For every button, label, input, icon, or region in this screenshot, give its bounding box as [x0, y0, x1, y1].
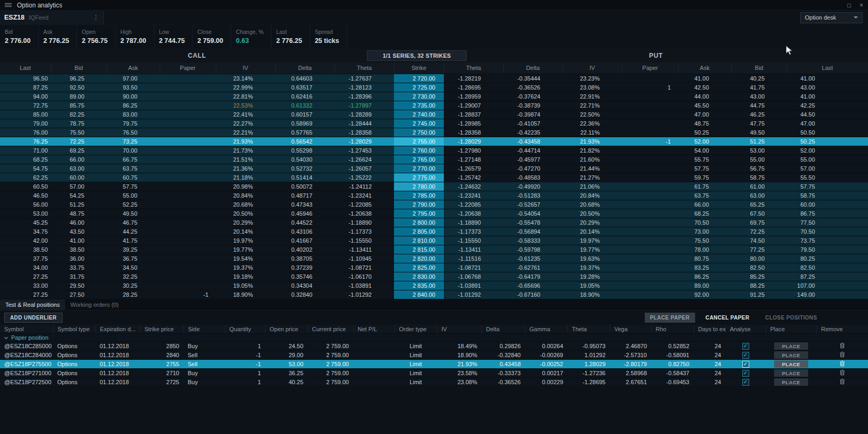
chain-col-header-iv[interactable]: IV [563, 63, 622, 74]
call-last-cell[interactable]: 46.50 [0, 191, 51, 200]
put-ask-cell[interactable]: 54.00 [678, 146, 731, 155]
call-bid-cell[interactable]: 85.75 [51, 101, 107, 110]
call-paper-cell[interactable] [160, 245, 216, 254]
trash-icon[interactable] [839, 342, 845, 350]
put-iv-cell[interactable]: 19.28% [563, 272, 622, 281]
chain-col-header-strike[interactable]: Strike [394, 63, 444, 74]
put-paper-cell[interactable] [622, 200, 678, 209]
call-paper-cell[interactable] [160, 173, 216, 182]
call-delta-cell[interactable]: 0.45946 [275, 209, 335, 218]
strike-cell[interactable]: 2 725.00 [394, 83, 444, 92]
call-last-cell[interactable]: 53.00 [0, 209, 51, 218]
put-theta-cell[interactable]: -1.27148 [444, 155, 503, 164]
put-last-cell[interactable]: 149.00 [787, 290, 868, 299]
call-iv-cell[interactable]: 20.98% [216, 182, 275, 191]
call-last-cell[interactable]: 34.75 [0, 227, 51, 236]
put-paper-cell[interactable] [622, 92, 678, 101]
put-ask-cell[interactable]: 59.75 [678, 173, 731, 182]
strike-cell[interactable]: 2 730.00 [394, 92, 444, 101]
analyse-checkbox[interactable]: ✓ [742, 370, 749, 377]
add-underlier-button[interactable]: ADD UNDERLIER [4, 313, 63, 323]
call-ask-cell[interactable]: 34.50 [107, 263, 160, 272]
call-delta-cell[interactable]: 0.47343 [275, 200, 335, 209]
position-row[interactable]: @ESZ18P271000Options01.12.20182710Buy136… [0, 369, 868, 378]
put-delta-cell[interactable]: -0.44714 [503, 146, 563, 155]
call-iv-cell[interactable]: 20.84% [216, 191, 275, 200]
call-theta-cell[interactable]: -1.28123 [335, 83, 394, 92]
call-delta-cell[interactable]: 0.34304 [275, 281, 335, 290]
put-theta-cell[interactable]: -1.28959 [444, 92, 503, 101]
put-delta-cell[interactable]: -0.54054 [503, 209, 563, 218]
call-theta-cell[interactable]: -1.27453 [335, 146, 394, 155]
position-row[interactable]: @ESZ18C285000Options01.12.20182850Buy124… [0, 342, 868, 351]
call-delta-cell[interactable]: 0.52732 [275, 164, 335, 173]
analyse-checkbox[interactable]: ✓ [742, 379, 749, 386]
call-delta-cell[interactable]: 0.41667 [275, 236, 335, 245]
put-delta-cell[interactable]: -0.61235 [503, 254, 563, 263]
put-theta-cell[interactable]: -1.29007 [444, 101, 503, 110]
put-bid-cell[interactable]: 41.75 [731, 83, 787, 92]
strike-cell[interactable]: 2 805.00 [394, 227, 444, 236]
chain-col-header-paper[interactable]: Paper [160, 63, 216, 74]
call-theta-cell[interactable]: -1.28444 [335, 119, 394, 128]
call-ask-cell[interactable]: 52.25 [107, 200, 160, 209]
put-iv-cell[interactable]: 19.77% [563, 245, 622, 254]
put-delta-cell[interactable]: -0.41057 [503, 119, 563, 128]
call-bid-cell[interactable]: 78.75 [51, 119, 107, 128]
put-delta-cell[interactable]: -0.39874 [503, 110, 563, 119]
put-bid-cell[interactable]: 47.75 [731, 119, 787, 128]
put-paper-cell[interactable] [622, 218, 678, 227]
put-bid-cell[interactable]: 44.75 [731, 101, 787, 110]
put-paper-cell[interactable] [622, 281, 678, 290]
put-bid-cell[interactable]: 56.75 [731, 164, 787, 173]
call-theta-cell[interactable]: -1.28358 [335, 128, 394, 137]
maximize-icon[interactable]: □ [847, 2, 851, 8]
call-iv-cell[interactable]: 21.73% [216, 146, 275, 155]
put-theta-cell[interactable]: -1.03891 [444, 281, 503, 290]
call-bid-cell[interactable]: 72.25 [51, 137, 107, 146]
call-last-cell[interactable]: 62.25 [0, 173, 51, 182]
call-last-cell[interactable]: 34.00 [0, 263, 51, 272]
call-iv-cell[interactable]: 20.68% [216, 200, 275, 209]
strike-cell[interactable]: 2 825.00 [394, 263, 444, 272]
call-delta-cell[interactable]: 0.62416 [275, 92, 335, 101]
put-delta-cell[interactable]: -0.64179 [503, 272, 563, 281]
put-theta-cell[interactable]: -1.11516 [444, 254, 503, 263]
call-bid-cell[interactable]: 57.00 [51, 182, 107, 191]
call-ask-cell[interactable]: 70.00 [107, 146, 160, 155]
place-button[interactable]: PLACE [774, 342, 809, 350]
chain-col-header-bid[interactable]: Bid [51, 63, 107, 74]
positions-col-header-symbol-type[interactable]: Symbol type [53, 325, 95, 334]
call-theta-cell[interactable]: -1.28396 [335, 92, 394, 101]
put-ask-cell[interactable]: 89.00 [678, 281, 731, 290]
strike-cell[interactable]: 2 760.00 [394, 146, 444, 155]
strike-cell[interactable]: 2 765.00 [394, 155, 444, 164]
call-delta-cell[interactable]: 0.55298 [275, 146, 335, 155]
put-paper-cell[interactable] [622, 245, 678, 254]
chain-col-header-bid[interactable]: Bid [731, 63, 787, 74]
strike-cell[interactable]: 2 745.00 [394, 119, 444, 128]
put-ask-cell[interactable]: 75.50 [678, 236, 731, 245]
put-paper-cell[interactable] [622, 119, 678, 128]
strike-cell[interactable]: 2 835.00 [394, 281, 444, 290]
call-iv-cell[interactable]: 20.14% [216, 227, 275, 236]
call-paper-cell[interactable] [160, 200, 216, 209]
put-ask-cell[interactable]: 45.50 [678, 101, 731, 110]
call-ask-cell[interactable]: 66.75 [107, 155, 160, 164]
put-ask-cell[interactable]: 66.00 [678, 200, 731, 209]
positions-col-header-expiration-d-[interactable]: Expiration d... [95, 325, 140, 334]
call-theta-cell[interactable]: -1.27637 [335, 74, 394, 83]
tab-test-real-positions[interactable]: Test & Real positions [0, 299, 65, 310]
put-ask-cell[interactable]: 78.00 [678, 245, 731, 254]
put-bid-cell[interactable]: 49.50 [731, 128, 787, 137]
put-iv-cell[interactable]: 23.08% [563, 83, 622, 92]
strike-cell[interactable]: 2 790.00 [394, 200, 444, 209]
put-bid-cell[interactable]: 88.25 [731, 281, 787, 290]
call-iv-cell[interactable]: 21.93% [216, 137, 275, 146]
call-delta-cell[interactable]: 0.43106 [275, 227, 335, 236]
call-ask-cell[interactable]: 76.50 [107, 128, 160, 137]
call-delta-cell[interactable]: 0.63517 [275, 83, 335, 92]
call-delta-cell[interactable]: 0.51414 [275, 173, 335, 182]
call-iv-cell[interactable]: 20.50% [216, 209, 275, 218]
call-ask-cell[interactable]: 41.75 [107, 236, 160, 245]
